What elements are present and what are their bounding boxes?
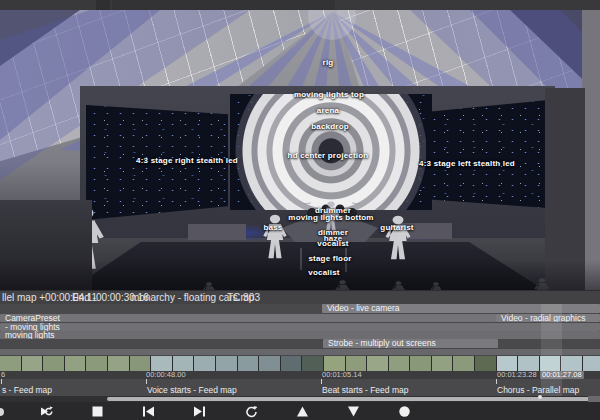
cue-cell[interactable] [324,356,345,371]
scene-label: backdrop [311,122,349,131]
venue-dark-right [545,88,585,290]
ruler-timestamp: 00:00:48.00 [146,371,186,379]
cue-cell[interactable] [22,356,43,371]
stop-button[interactable] [91,405,104,418]
cue-cell[interactable] [194,356,215,371]
cue-cell[interactable] [216,356,237,371]
cue-cell[interactable] [389,356,410,371]
marker-tick [146,379,147,384]
cue-cell[interactable] [43,356,64,371]
title-bar-segment [96,0,110,10]
scene-label: stage floor [308,254,351,263]
track-label: - moving lights [0,323,600,331]
marker-dot [538,395,542,399]
scene-label: vocalist [308,268,339,277]
loop-play-button[interactable] [40,405,53,418]
stage-figures [0,10,600,290]
timeline-track-bar[interactable]: moving lights [0,331,600,339]
cue-cell[interactable] [151,356,172,371]
cue-cell[interactable] [583,356,600,371]
timeline-track-bar[interactable]: Strobe - multiply out screens [323,339,498,348]
transport-bar [0,402,600,420]
cue-cell[interactable] [281,356,302,371]
timeline-ruler[interactable]: 600:00:48.0000:01:05.1400:01:23.2800:01:… [0,371,600,379]
cue-cell[interactable] [65,356,86,371]
truss-bar [240,90,420,92]
performer-figure-guitarist [386,216,411,259]
audience-figure [430,282,442,290]
cue-cell[interactable] [561,356,582,371]
marker-label[interactable]: Beat starts - Feed map [322,385,408,395]
scrollbar-thumb[interactable] [107,397,596,401]
window-title-bar [0,0,600,10]
timeline-track-bar[interactable] [0,349,600,356]
drum-platform [282,216,378,242]
audience-figure [392,281,405,290]
timeline-track-bar[interactable]: CameraPreset [0,314,496,322]
stage-floor-surface [55,242,560,290]
timeline-track-bar[interactable]: - moving lights [0,323,600,331]
ceiling-grid-left [0,10,600,290]
skip-back-icon [142,405,155,418]
marker-label[interactable]: s - Feed map [2,385,52,395]
cue-cell[interactable] [238,356,259,371]
stage-right-led-screen [86,105,228,220]
ruler-timestamp: 00:01:23.28 [497,371,537,379]
audience-figure [335,280,350,290]
performer-figure-bass [263,215,286,258]
replay-icon [245,405,258,418]
marker-up-button[interactable] [296,405,309,418]
stage-light-glow [218,224,278,242]
cue-cell[interactable] [367,356,388,371]
cue-cell[interactable] [0,356,21,371]
cue-cell[interactable] [130,356,151,371]
cue-cell[interactable] [108,356,129,371]
timeline-panel[interactable]: Video - live cameraCameraPresetVideo - r… [0,304,600,396]
clipped-icon [0,408,4,416]
truss-glow [308,10,356,40]
playhead-indicator[interactable] [541,304,562,396]
timeline-cue-cells [0,356,600,371]
cue-cell[interactable] [518,356,539,371]
scene-label: 4:3 stage right stealth led [136,156,238,165]
scene-label: moving lights bottom [288,213,373,222]
cue-cell[interactable] [86,356,107,371]
marker-tick [496,379,497,384]
playback-status-bar: llel map +00:00:04.11End -00:00:30.16mon… [0,290,600,304]
performer-figure-drummer [322,201,339,230]
ceiling-grid-right [0,10,600,290]
cue-cell[interactable] [432,356,453,371]
stage-riser-left [188,224,246,240]
marker-down-button[interactable] [347,405,360,418]
scene-label: rig [323,58,334,67]
scene-label: bass [263,223,282,232]
replay-button[interactable] [245,405,258,418]
cue-cell[interactable] [475,356,496,371]
marker-label[interactable]: Chorus - Parallel map [497,385,579,395]
triangle-up-icon [296,405,309,418]
cue-cell[interactable] [346,356,367,371]
cue-cell[interactable] [497,356,518,371]
scene-label: guitarist [380,223,413,232]
venue-corner-left [0,10,80,66]
cue-cell[interactable] [259,356,280,371]
title-bar-segment [112,0,335,10]
marker-tick [1,379,2,384]
previous-button[interactable] [142,405,155,418]
scene-label: haze [324,234,343,243]
cue-cell[interactable] [302,356,323,371]
scene-label: dimmer [318,228,348,237]
scene-label: moving lights top [294,90,364,99]
scene-labels: rigmoving lights toparenabackdrophd cent… [0,10,600,290]
track-label: CameraPreset [0,314,496,322]
3d-stage-viewport[interactable]: rigmoving lights toparenabackdrophd cent… [0,10,600,290]
venue-wall-right [582,10,600,290]
marker-label[interactable]: Voice starts - Feed map [147,385,237,395]
triangle-down-icon [347,405,360,418]
cue-cell[interactable] [173,356,194,371]
next-button[interactable] [193,405,206,418]
record-button[interactable] [398,405,411,418]
skip-forward-icon [193,405,206,418]
cue-cell[interactable] [453,356,474,371]
cue-cell[interactable] [410,356,431,371]
